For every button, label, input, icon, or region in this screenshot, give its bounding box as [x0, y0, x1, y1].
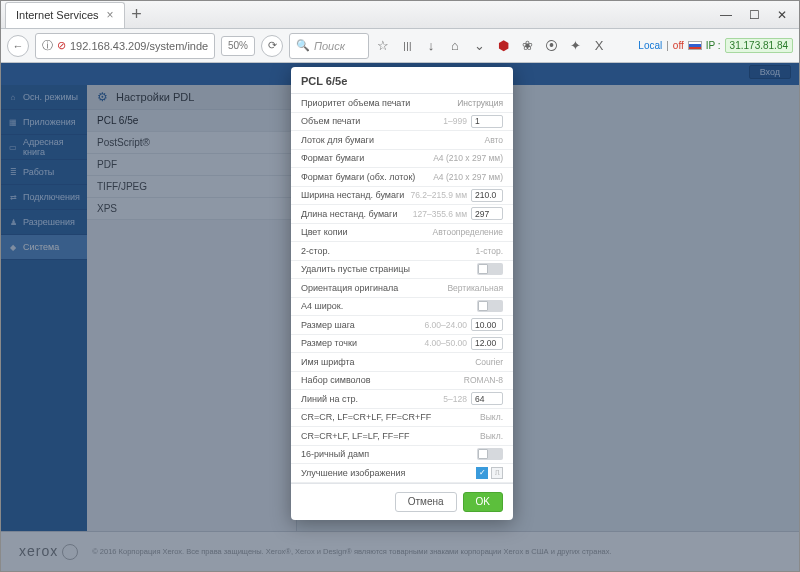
- addon-icon[interactable]: ⦿: [543, 38, 559, 53]
- setting-toggle[interactable]: [477, 448, 503, 460]
- extension-icon[interactable]: ❀: [519, 38, 535, 53]
- window-maximize-icon[interactable]: ☐: [747, 8, 761, 22]
- bookmark-icon[interactable]: ☆: [375, 38, 391, 53]
- setting-row: A4 широк.: [291, 298, 513, 317]
- info-icon[interactable]: ⓘ: [42, 38, 53, 53]
- search-placeholder: Поиск: [314, 40, 345, 52]
- dialog-settings-list: Приоритет объема печатиИнструкцияОбъем п…: [291, 94, 513, 483]
- puzzle-icon[interactable]: ✦: [567, 38, 583, 53]
- setting-row: Формат бумагиA4 (210 x 297 мм): [291, 150, 513, 169]
- library-icon[interactable]: ⫼: [399, 38, 415, 53]
- dialog-title: PCL 6/5e: [291, 67, 513, 94]
- setting-value: A4 (210 x 297 мм): [433, 172, 503, 182]
- tab-title: Internet Services: [16, 9, 99, 21]
- setting-row: CR=CR+LF, LF=LF, FF=FFВыкл.: [291, 427, 513, 446]
- setting-value: ROMAN-8: [464, 375, 503, 385]
- pcl-dialog: PCL 6/5e Приоритет объема печатиИнструкц…: [291, 67, 513, 520]
- nav-back-button[interactable]: ←: [7, 35, 29, 57]
- ip-label: IP :: [706, 40, 721, 51]
- setting-value: 5–128: [443, 392, 503, 405]
- setting-label: A4 широк.: [301, 301, 343, 311]
- setting-value: A4 (210 x 297 мм): [433, 153, 503, 163]
- ok-button[interactable]: OK: [463, 492, 503, 512]
- url-input[interactable]: [70, 40, 208, 52]
- setting-value: 6.00–24.00: [424, 318, 503, 331]
- enhance-on[interactable]: ✓: [476, 467, 488, 479]
- cancel-button[interactable]: Отмена: [395, 492, 457, 512]
- setting-toggle[interactable]: [477, 263, 503, 275]
- new-tab-button[interactable]: +: [125, 3, 149, 27]
- setting-value: 127–355.6 мм: [413, 207, 503, 220]
- enhance-group: ✓⎍: [476, 467, 503, 479]
- setting-label: Ширина нестанд. бумаги: [301, 190, 404, 200]
- setting-value: 76.2–215.9 мм: [410, 189, 503, 202]
- setting-label: 16-ричный дамп: [301, 449, 369, 459]
- setting-value: 1-стор.: [476, 246, 503, 256]
- setting-row: Размер точки4.00–50.00: [291, 335, 513, 354]
- setting-input[interactable]: [471, 392, 503, 405]
- setting-label: Удалить пустые страницы: [301, 264, 410, 274]
- setting-row: Цвет копииАвтоопределение: [291, 224, 513, 243]
- pocket-icon[interactable]: ⌄: [471, 38, 487, 53]
- setting-value: [477, 263, 503, 275]
- setting-value: 4.00–50.00: [424, 337, 503, 350]
- page-body: Xerox® WorkCentre® 6515DN MFP Вход ⌂Осн.…: [1, 63, 799, 571]
- ublock-icon[interactable]: ⬢: [495, 38, 511, 53]
- window-controls: — ☐ ✕: [719, 8, 799, 22]
- setting-value: Вертикальная: [447, 283, 503, 293]
- flag-icon: [688, 41, 702, 50]
- setting-label: Объем печати: [301, 116, 360, 126]
- ip-local-label: Local: [638, 40, 662, 51]
- browser-tab[interactable]: Internet Services ×: [5, 2, 125, 28]
- setting-label: CR=CR, LF=CR+LF, FF=CR+FF: [301, 412, 431, 422]
- setting-value: Автоопределение: [433, 227, 503, 237]
- setting-value: ✓⎍: [476, 467, 503, 479]
- setting-label: Длина нестанд. бумаги: [301, 209, 397, 219]
- setting-label: Формат бумаги (обх. лоток): [301, 172, 415, 182]
- lock-icon: ⊘: [57, 39, 66, 52]
- ip-value: 31.173.81.84: [725, 38, 793, 53]
- search-box[interactable]: 🔍 Поиск: [289, 33, 369, 59]
- zoom-indicator[interactable]: 50%: [221, 36, 255, 56]
- download-icon[interactable]: ↓: [423, 38, 439, 53]
- setting-toggle[interactable]: [477, 300, 503, 312]
- setting-input[interactable]: [471, 337, 503, 350]
- setting-label: CR=CR+LF, LF=LF, FF=FF: [301, 431, 410, 441]
- setting-value: 1–999: [443, 115, 503, 128]
- setting-row: Улучшение изображения✓⎍: [291, 464, 513, 483]
- url-box[interactable]: ⓘ ⊘: [35, 33, 215, 59]
- setting-row: Лоток для бумагиАвто: [291, 131, 513, 150]
- browser-tabbar: Internet Services × + — ☐ ✕: [1, 1, 799, 29]
- setting-input[interactable]: [471, 115, 503, 128]
- setting-row: Удалить пустые страницы: [291, 261, 513, 280]
- setting-input[interactable]: [471, 207, 503, 220]
- noscript-icon[interactable]: X: [591, 38, 607, 53]
- setting-row: Имя шрифтаCourier: [291, 353, 513, 372]
- setting-label: Формат бумаги: [301, 153, 364, 163]
- setting-label: Размер точки: [301, 338, 357, 348]
- setting-label: Лоток для бумаги: [301, 135, 374, 145]
- setting-row: Длина нестанд. бумаги127–355.6 мм: [291, 205, 513, 224]
- browser-toolbar: ← ⓘ ⊘ 50% ⟳ 🔍 Поиск ☆ ⫼ ↓ ⌂ ⌄ ⬢ ❀ ⦿ ✦ X …: [1, 29, 799, 63]
- tab-close-icon[interactable]: ×: [107, 8, 114, 22]
- setting-value: [477, 448, 503, 460]
- reload-button[interactable]: ⟳: [261, 35, 283, 57]
- window-close-icon[interactable]: ✕: [775, 8, 789, 22]
- setting-label: Имя шрифта: [301, 357, 355, 367]
- ip-indicator[interactable]: Local | off IP : 31.173.81.84: [638, 38, 793, 53]
- enhance-off[interactable]: ⎍: [491, 467, 503, 479]
- setting-label: Линий на стр.: [301, 394, 358, 404]
- setting-row: 16-ричный дамп: [291, 446, 513, 465]
- setting-label: 2-стор.: [301, 246, 330, 256]
- setting-value: Выкл.: [480, 412, 503, 422]
- window-minimize-icon[interactable]: —: [719, 8, 733, 22]
- home-icon[interactable]: ⌂: [447, 38, 463, 53]
- setting-row: Ориентация оригиналаВертикальная: [291, 279, 513, 298]
- setting-label: Ориентация оригинала: [301, 283, 398, 293]
- setting-value: Авто: [484, 135, 503, 145]
- setting-input[interactable]: [471, 189, 503, 202]
- setting-value: [477, 300, 503, 312]
- setting-row: Набор символовROMAN-8: [291, 372, 513, 391]
- setting-row: Формат бумаги (обх. лоток)A4 (210 x 297 …: [291, 168, 513, 187]
- setting-input[interactable]: [471, 318, 503, 331]
